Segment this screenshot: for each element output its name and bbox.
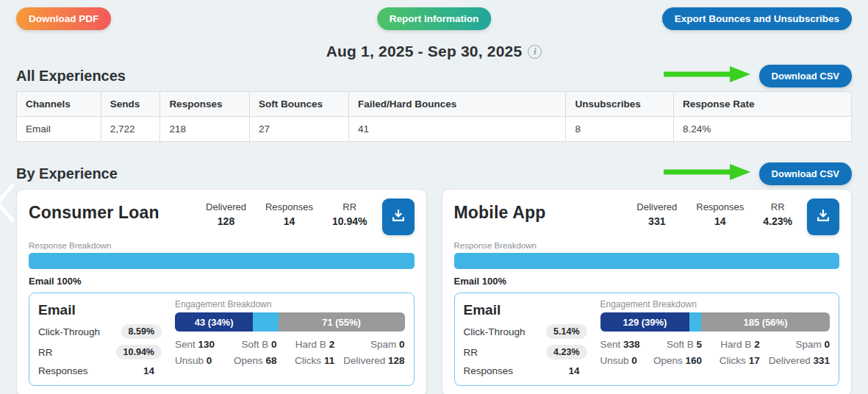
engagement-bar-segment-other: 71 (55%): [279, 312, 405, 332]
metric-value: 14: [568, 365, 587, 376]
cell-response-rate: 8.24%: [674, 117, 852, 142]
by-experience-download-csv-button[interactable]: Download CSV: [759, 162, 852, 185]
by-experience-title: By Experience: [16, 165, 118, 182]
metric-click-through: Click-Through 5.14%: [464, 324, 587, 339]
cell-responses: 218: [160, 117, 250, 142]
stat-delivered: Delivered 331: [769, 355, 830, 366]
response-breakdown-label: Response Breakdown: [29, 241, 415, 250]
stat-delivered: Delivered 128: [343, 355, 404, 366]
green-arrow-icon: [661, 65, 755, 87]
date-range: Aug 1, 2025 - Sep 30, 2025: [326, 43, 523, 60]
card-download-button[interactable]: [807, 198, 839, 235]
engagement-stats-grid: Sent 338 Soft B 5 Hard B 2 Spam 0 Unsub …: [600, 339, 831, 366]
export-bounces-button[interactable]: Export Bounces and Unsubscribes: [662, 7, 852, 30]
metric-value-pill: 10.94%: [116, 345, 162, 359]
metric-value-pill: 5.14%: [546, 324, 587, 339]
all-experiences-csv-group: Download CSV: [661, 65, 852, 87]
metric-rr: RR 10.94%: [38, 345, 162, 359]
email-metrics: Email Click-Through 8.59% RR 10.94% Resp…: [38, 299, 162, 376]
card-title: Consumer Loan: [29, 198, 187, 223]
col-unsubscribes: Unsubscribes: [566, 92, 674, 117]
engagement-bar-segment-opens: 43 (34%): [175, 312, 253, 332]
stat-unsub: Unsub 0: [175, 355, 219, 366]
report-page: Download PDF Report Information Export B…: [0, 0, 868, 394]
email-panel: Email Click-Through 5.14% RR 4.23% Respo…: [454, 293, 840, 386]
stat-sent: Sent 338: [600, 339, 645, 350]
metric-value: 14: [143, 365, 162, 376]
engagement-bar: 43 (34%) 71 (55%): [175, 312, 405, 332]
response-breakdown-label: Response Breakdown: [454, 241, 840, 250]
response-breakdown-bar: [29, 253, 415, 269]
chevron-left-icon: [0, 215, 15, 227]
card-download-button[interactable]: [382, 198, 415, 235]
metric-responses: Responses 14: [38, 365, 162, 376]
col-responses: Responses: [160, 92, 250, 117]
all-experiences-header: All Experiences Download CSV: [16, 63, 852, 88]
date-range-row: Aug 1, 2025 - Sep 30, 2025 i: [16, 43, 852, 60]
stat-soft-b: Soft B 5: [653, 339, 702, 350]
info-icon[interactable]: i: [528, 45, 542, 59]
engagement-bar-segment-clicks: [689, 312, 701, 332]
metric-click-through: Click-Through 8.59%: [38, 324, 162, 339]
engagement-stats-grid: Sent 130 Soft B 0 Hard B 2 Spam 0 Unsub …: [175, 339, 405, 366]
stat-hard-b: Hard B 2: [286, 339, 335, 350]
col-failed-hard-bounces: Failed/Hard Bounces: [349, 92, 566, 117]
stat-spam: Spam 0: [769, 339, 830, 350]
engagement-breakdown-label: Engagement Breakdown: [600, 299, 831, 309]
channel-share-label: Email 100%: [29, 276, 415, 287]
engagement-bar-segment-clicks: [253, 312, 278, 332]
stat-clicks: Clicks 11: [286, 355, 335, 366]
experience-cards: Consumer Loan Delivered 128 Responses 14…: [16, 189, 852, 394]
stat-opens: Opens 68: [228, 355, 277, 366]
cell-channel: Email: [17, 117, 101, 142]
toolbar: Download PDF Report Information Export B…: [16, 6, 852, 37]
stat-clicks: Clicks 17: [711, 355, 760, 366]
cell-sends: 2,722: [101, 117, 160, 142]
by-experience-header: By Experience Download CSV: [16, 161, 852, 186]
all-experiences-table: Channels Sends Responses Soft Bounces Fa…: [16, 91, 852, 142]
card-head: Mobile App Delivered 331 Responses 14 RR…: [454, 198, 840, 235]
download-pdf-button[interactable]: Download PDF: [16, 7, 111, 30]
stat-soft-b: Soft B 0: [228, 339, 277, 350]
col-sends: Sends: [101, 92, 160, 117]
all-experiences-download-csv-button[interactable]: Download CSV: [759, 65, 852, 87]
stat-unsub: Unsub 0: [600, 355, 645, 366]
table-row: Email 2,722 218 27 41 8 8.24%: [17, 117, 852, 142]
email-metrics: Email Click-Through 5.14% RR 4.23% Respo…: [464, 299, 587, 376]
engagement-bar: 129 (39%) 185 (56%): [600, 312, 831, 332]
col-soft-bounces: Soft Bounces: [249, 92, 348, 117]
green-arrow-icon: [661, 162, 755, 185]
engagement-breakdown-label: Engagement Breakdown: [175, 299, 405, 309]
stat-delivered: Delivered 331: [636, 198, 677, 227]
engagement-breakdown: Engagement Breakdown 129 (39%) 185 (56%)…: [600, 299, 831, 376]
stat-responses: Responses 14: [265, 198, 313, 227]
carousel-previous-button[interactable]: [0, 181, 15, 228]
engagement-bar-segment-opens: 129 (39%): [600, 312, 690, 332]
email-panel-title: Email: [38, 302, 162, 318]
col-channels: Channels: [17, 92, 101, 117]
cell-failed-hard-bounces: 41: [349, 117, 566, 142]
report-information-button[interactable]: Report Information: [377, 7, 492, 30]
stat-sent: Sent 130: [175, 339, 219, 350]
metric-rr: RR 4.23%: [464, 345, 587, 359]
channel-share-label: Email 100%: [454, 276, 840, 287]
engagement-bar-segment-other: 185 (56%): [701, 312, 830, 332]
by-experience-csv-group: Download CSV: [661, 162, 852, 185]
table-header-row: Channels Sends Responses Soft Bounces Fa…: [17, 92, 852, 117]
experience-card-consumer-loan: Consumer Loan Delivered 128 Responses 14…: [16, 189, 427, 394]
metric-value-pill: 8.59%: [121, 324, 162, 339]
metric-responses: Responses 14: [464, 365, 587, 376]
cell-unsubscribes: 8: [566, 117, 674, 142]
stat-rr: RR 4.23%: [763, 198, 792, 227]
col-response-rate: Response Rate: [674, 92, 852, 117]
card-title: Mobile App: [454, 198, 618, 223]
download-tray-icon: [390, 208, 406, 226]
stat-opens: Opens 160: [653, 355, 702, 366]
card-head: Consumer Loan Delivered 128 Responses 14…: [29, 198, 415, 235]
response-breakdown-bar: [454, 253, 840, 269]
download-tray-icon: [815, 208, 831, 226]
metric-value-pill: 4.23%: [546, 345, 587, 359]
stat-hard-b: Hard B 2: [711, 339, 760, 350]
email-panel-title: Email: [464, 302, 587, 318]
engagement-breakdown: Engagement Breakdown 43 (34%) 71 (55%) S…: [175, 299, 405, 376]
